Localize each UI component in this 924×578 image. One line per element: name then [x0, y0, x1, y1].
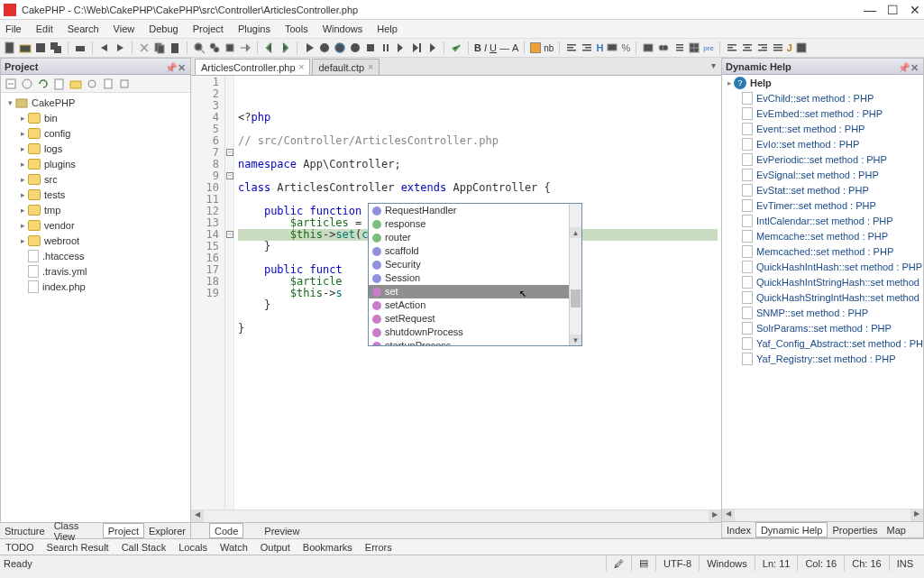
properties-icon[interactable]	[102, 78, 114, 90]
editor-tab[interactable]: default.ctp×	[312, 59, 380, 75]
tab-errors[interactable]: Errors	[365, 542, 392, 553]
pin-icon[interactable]: 📌	[165, 62, 174, 71]
print-icon[interactable]	[74, 41, 87, 54]
editor-hscroll[interactable]: ◀ ▶	[191, 509, 721, 522]
status-icon1[interactable]: 🖉	[606, 555, 631, 571]
italic-icon[interactable]: I	[484, 42, 487, 53]
autocomplete-item[interactable]: RequestHandler	[369, 204, 569, 217]
tree-root[interactable]: ▾ CakePHP	[1, 95, 190, 110]
tab-dynamic-help[interactable]: Dynamic Help	[755, 522, 828, 537]
tab-close-icon[interactable]: ×	[368, 62, 373, 72]
comment-icon[interactable]	[606, 41, 618, 54]
panel-close-icon[interactable]: ✕	[910, 62, 919, 71]
tab-call-stack[interactable]: Call Stack	[122, 542, 167, 553]
autocomplete-item[interactable]: setAction	[369, 298, 569, 312]
nbsp-icon[interactable]: nb	[544, 43, 553, 53]
tree-folder[interactable]: ▸config	[1, 125, 190, 141]
help-item[interactable]: Yaf_Registry::set method : PHP	[722, 351, 923, 366]
undo-icon[interactable]	[98, 41, 111, 54]
new-folder-icon[interactable]	[69, 78, 82, 90]
align-right-icon[interactable]	[756, 41, 769, 54]
editor-tab[interactable]: ArticlesController.php×	[195, 59, 310, 75]
breakpoint-toggle-icon[interactable]	[349, 41, 361, 54]
autocomplete-item[interactable]: response	[369, 217, 569, 231]
collapse-all-icon[interactable]	[5, 78, 17, 90]
image-icon[interactable]	[642, 41, 654, 54]
tab-classview[interactable]: Class View	[50, 523, 103, 538]
tab-map[interactable]: Map	[883, 522, 910, 537]
autocomplete-item[interactable]: shutdownProcess	[369, 326, 569, 339]
tab-watch[interactable]: Watch	[220, 542, 248, 553]
menu-file[interactable]: File	[5, 23, 22, 34]
link-icon[interactable]	[657, 41, 670, 54]
menu-search[interactable]: Search	[68, 23, 99, 34]
tree-file[interactable]: .htaccess	[1, 248, 190, 263]
tree-folder[interactable]: ▸tmp	[1, 202, 190, 217]
scroll-down-icon[interactable]: ▼	[570, 335, 581, 345]
sync-icon[interactable]	[21, 78, 33, 90]
scroll-up-icon[interactable]: ▲	[570, 227, 581, 238]
help-item[interactable]: IntlCalendar::set method : PHP	[722, 213, 923, 228]
status-encoding[interactable]: UTF-8	[655, 555, 699, 571]
step-over-icon[interactable]	[395, 41, 407, 54]
help-item[interactable]: QuickHashIntHash::set method : PHP	[722, 259, 923, 274]
autocomplete-scrollbar[interactable]: ▲ ▼	[569, 204, 581, 345]
help-item[interactable]: EvEmbed::set method : PHP	[722, 106, 923, 121]
help-item[interactable]: EvChild::set method : PHP	[722, 90, 923, 106]
pause-icon[interactable]	[380, 41, 392, 54]
tab-bookmarks[interactable]: Bookmarks	[303, 542, 352, 553]
help-body[interactable]: ▸ ? Help EvChild::set method : PHPEvEmbe…	[722, 75, 923, 509]
code-line[interactable]: class ArticlesController extends AppCont…	[238, 182, 718, 194]
help-item[interactable]: SolrParams::set method : PHP	[722, 320, 923, 335]
menu-windows[interactable]: Windows	[323, 23, 363, 34]
tab-project[interactable]: Project	[103, 523, 144, 538]
cut-icon[interactable]	[138, 41, 151, 54]
autocomplete-item[interactable]: scaffold	[369, 244, 569, 258]
pre-tag-icon[interactable]: pre	[703, 44, 714, 52]
forward-icon[interactable]	[279, 41, 291, 54]
frame-icon[interactable]	[795, 41, 808, 54]
help-item[interactable]: Memcached::set method : PHP	[722, 243, 923, 259]
tab-list-dropdown-icon[interactable]: ▾	[711, 60, 716, 70]
tab-properties[interactable]: Properties	[828, 522, 882, 537]
tab-close-icon[interactable]: ×	[299, 62, 305, 72]
stop-icon[interactable]	[364, 41, 377, 54]
code-line[interactable]: // src/Controller/ArticlesController.php	[238, 135, 718, 147]
redo-icon[interactable]	[114, 41, 126, 54]
help-hscroll[interactable]: ◀ ▶	[722, 509, 923, 521]
anchor-icon[interactable]: A	[512, 42, 518, 53]
new-item-icon[interactable]	[53, 78, 66, 90]
refresh-tree-icon[interactable]	[37, 78, 50, 90]
hscroll-right-icon[interactable]: ▶	[910, 509, 923, 521]
autocomplete-item[interactable]: router	[369, 231, 569, 244]
copy-icon[interactable]	[153, 41, 166, 54]
pin-icon[interactable]: 📌	[898, 62, 907, 71]
help-item[interactable]: EvStat::set method : PHP	[722, 182, 923, 197]
tree-folder[interactable]: ▸plugins	[1, 156, 190, 171]
editor-area[interactable]: 12345678910111213141516171819 −−− <?php/…	[191, 76, 721, 509]
tab-structure[interactable]: Structure	[0, 523, 50, 538]
menu-tools[interactable]: Tools	[285, 23, 308, 34]
menu-edit[interactable]: Edit	[36, 23, 53, 34]
autocomplete-item[interactable]: setRequest	[369, 312, 569, 326]
tab-explorer[interactable]: Explorer	[144, 523, 190, 538]
menu-view[interactable]: View	[114, 23, 135, 34]
find-icon[interactable]	[193, 41, 206, 54]
tab-index[interactable]: Index	[722, 522, 755, 537]
help-item[interactable]: EvPeriodic::set method : PHP	[722, 151, 923, 167]
percent-icon[interactable]: %	[621, 42, 630, 53]
fold-toggle-icon[interactable]: −	[226, 231, 233, 238]
fold-toggle-icon[interactable]: −	[226, 149, 233, 156]
save-icon[interactable]	[34, 41, 47, 54]
fold-toggle-icon[interactable]: −	[226, 172, 233, 179]
help-item[interactable]: QuickHashIntStringHash::set method	[722, 274, 923, 289]
new-file-icon[interactable]	[4, 41, 16, 54]
autocomplete-item[interactable]: set	[369, 285, 569, 298]
help-item[interactable]: Event::set method : PHP	[722, 121, 923, 136]
autocomplete-item[interactable]: Security	[369, 258, 569, 271]
heading-icon[interactable]: H	[596, 42, 603, 53]
underline-icon[interactable]: U	[489, 42, 497, 53]
menu-project[interactable]: Project	[193, 23, 224, 34]
code-line[interactable]: <?php	[238, 112, 718, 124]
help-item[interactable]: EvSignal::set method : PHP	[722, 167, 923, 182]
